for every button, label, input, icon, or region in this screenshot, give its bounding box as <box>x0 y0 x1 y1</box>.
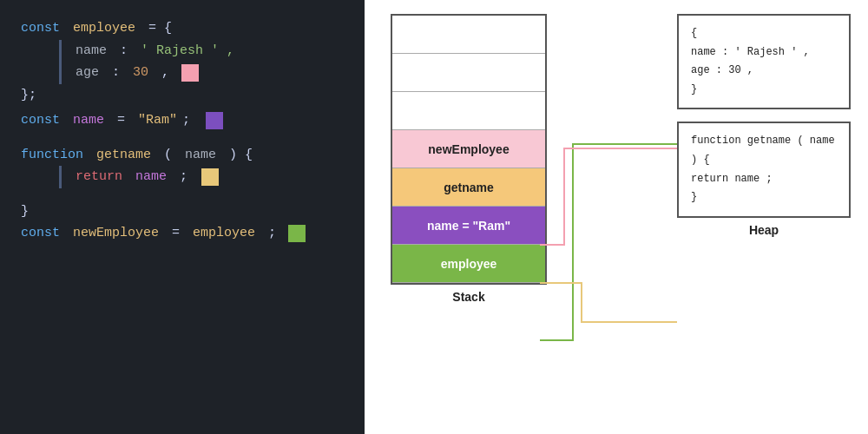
heap-box2-line2: return name ; <box>691 170 837 189</box>
var-employee: employee <box>73 17 135 40</box>
stack-empty-3 <box>392 92 545 130</box>
heap-box2-line1: function getname ( name ) { <box>691 132 837 169</box>
var-newemployee: newEmployee <box>73 222 159 245</box>
code-line-9: const newEmployee = employee ; <box>21 222 344 245</box>
colon: : <box>112 40 135 62</box>
close-brace: }; <box>21 84 36 107</box>
code-panel: const employee = { name : ' Rajesh ' , a… <box>0 0 365 434</box>
stack-cell-getname: getname <box>392 168 545 207</box>
colon2: : <box>104 62 128 84</box>
heap-box1-line3: age : 30 , <box>691 62 837 81</box>
stack-cell-name: name = "Ram" <box>392 207 545 245</box>
stack-wrapper: newEmployee getname name = "Ram" employe… <box>391 14 547 285</box>
code-line-4: }; <box>21 84 344 107</box>
close-brace2: } <box>21 201 29 223</box>
prop-name: name <box>76 40 107 62</box>
diagram-content: newEmployee getname name = "Ram" employe… <box>382 14 859 425</box>
indent-bar-3 <box>59 166 62 188</box>
ram-value: "Ram" <box>138 109 177 132</box>
comma: , <box>154 62 169 84</box>
stack-label: Stack <box>452 290 484 304</box>
indent-bar-2 <box>59 62 62 84</box>
code-line-5: const name = "Ram"; <box>21 109 344 132</box>
semi1: ; <box>182 109 190 132</box>
val-employee: employee <box>193 222 255 245</box>
semi2: ; <box>172 166 187 188</box>
keyword-const3: const <box>21 222 68 245</box>
stack-empty-1 <box>392 16 545 54</box>
name-color-box <box>206 112 223 129</box>
code-line-6: function getname ( name ) { <box>21 144 344 167</box>
var-name: name <box>73 109 104 132</box>
fn-getname: getname <box>96 144 151 167</box>
heap-box2-line3: } <box>691 188 837 207</box>
assign-open: = { <box>141 17 172 40</box>
indent-bar <box>59 40 62 62</box>
heap-label: Heap <box>749 223 779 237</box>
stack-empty-2 <box>392 54 545 92</box>
heap-column: { name : ' Rajesh ' , age : 30 , } funct… <box>668 14 859 237</box>
heap-box-2: function getname ( name ) { return name … <box>677 122 851 217</box>
stack-cell-employee: employee <box>392 245 545 283</box>
name-value: ' Rajesh ' , <box>141 40 234 62</box>
prop-age: age <box>76 62 99 84</box>
param-name: name <box>185 144 216 167</box>
keyword-function: function <box>21 144 91 167</box>
heap-box1-line1: { <box>691 24 837 43</box>
keyword-const2: const <box>21 109 68 132</box>
eq3: = <box>164 222 187 245</box>
heap-box1-line4: } <box>691 81 837 100</box>
stack-column: newEmployee getname name = "Ram" employe… <box>382 14 556 304</box>
return-name: name <box>135 166 167 188</box>
return-color-box <box>201 168 219 186</box>
diagram-panel: newEmployee getname name = "Ram" employe… <box>365 0 868 434</box>
keyword-return: return <box>76 166 130 188</box>
semi3: ; <box>260 222 276 245</box>
keyword-const: const <box>21 17 68 40</box>
stack-cell-newemployee: newEmployee <box>392 130 545 168</box>
code-line-7: return name ; <box>59 166 344 188</box>
newemployee-color-box <box>288 225 306 242</box>
code-line-1: const employee = { <box>21 17 344 40</box>
age-color-box <box>181 64 199 82</box>
code-line-3: age : 30 , <box>59 62 344 84</box>
age-value: 30 <box>133 62 148 84</box>
code-line-2: name : ' Rajesh ' , <box>59 40 344 62</box>
eq2: = <box>109 109 133 132</box>
paren-close: ) { <box>221 144 253 167</box>
paren-open: ( <box>156 144 180 167</box>
heap-box1-line2: name : ' Rajesh ' , <box>691 43 837 62</box>
code-line-8: } <box>21 201 344 223</box>
heap-box-1: { name : ' Rajesh ' , age : 30 , } <box>677 14 851 109</box>
